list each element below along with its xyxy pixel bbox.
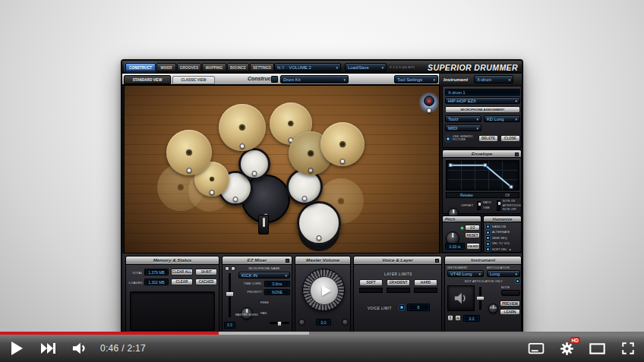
xdrum-midi-select[interactable]: MIDI ▾	[445, 124, 481, 131]
xdrum-instrument-glow[interactable]	[419, 92, 439, 113]
instrument-fader-handle[interactable]	[476, 296, 485, 301]
note-display[interactable]	[501, 290, 520, 296]
library-select[interactable]: N.Y. : VOLUME 2 ▾	[274, 63, 341, 71]
microphone-select[interactable]: KICK IN ▾	[238, 272, 290, 279]
instrument-select[interactable]: VT40 Long ▾	[447, 270, 484, 277]
xdrum-sound-select[interactable]: KD Long ▾	[484, 115, 520, 122]
envelope-handle-2[interactable]	[510, 185, 513, 188]
voice-limit-checkbox[interactable]	[399, 305, 404, 310]
kit-icon[interactable]	[271, 76, 278, 83]
xdrum-category-select[interactable]: Toolz ▾	[445, 115, 481, 122]
random-checkbox[interactable]	[486, 225, 490, 228]
settings-button[interactable]: HD	[551, 335, 582, 362]
tom-2-hotspot[interactable]	[302, 196, 308, 201]
articulation-select[interactable]: Long ▾	[487, 270, 520, 277]
trigger-button[interactable]: T	[447, 315, 453, 321]
hihat-hotspot[interactable]	[210, 190, 215, 195]
tab-classic-view[interactable]: CLASSIC VIEW	[172, 76, 215, 84]
envelope-trigger-switch[interactable]	[497, 200, 500, 211]
next-button[interactable]	[33, 335, 64, 362]
articulation-select-value: Long	[490, 272, 500, 276]
semi-seq-checkbox[interactable]	[486, 236, 490, 240]
alternate-checkbox[interactable]	[486, 231, 490, 235]
envelope-handle-1[interactable]	[484, 164, 487, 167]
tom-1-hotspot[interactable]	[252, 171, 257, 176]
edit-articulation-only-checkbox[interactable]	[516, 279, 519, 283]
clear-all-button[interactable]: CLEAR ALL	[171, 269, 193, 275]
soft-vel-expand-icon[interactable]: ▸	[510, 247, 511, 251]
learn-button[interactable]: LEARN	[500, 309, 520, 315]
kit-select[interactable]: Drum Kit ▾	[280, 75, 349, 83]
voice-limit-label: VOICE LIMIT	[368, 307, 392, 310]
xdrum-hotspot[interactable]	[427, 108, 432, 113]
humanize-row-vel-to-vol[interactable]: VEL TO VOL	[486, 242, 510, 246]
load-16bit-button[interactable]: 16-BIT	[195, 269, 217, 275]
crash-left-hotspot[interactable]	[187, 168, 192, 173]
humanize-row-semi-seq[interactable]: SEMI SEQ	[486, 236, 507, 240]
delete-button[interactable]: DELETE	[478, 135, 498, 142]
soft-vel-checkbox[interactable]	[486, 247, 490, 251]
drum-floor-tom[interactable]	[297, 201, 341, 245]
fader-mute-button[interactable]	[225, 266, 229, 271]
envelope-ratio-time-switch[interactable]	[477, 201, 481, 210]
play-button[interactable]	[0, 335, 33, 362]
tool-settings-select[interactable]: Tool Settings ▾	[394, 75, 438, 83]
xdrum-library-select[interactable]: HIP-HOP EZX ▾	[445, 97, 520, 104]
envelope-graph[interactable]	[446, 160, 519, 190]
xdrum-select[interactable]: X-drum ▾	[474, 75, 513, 83]
drum-tom-1[interactable]	[238, 148, 270, 180]
envelope-handle-0[interactable]	[449, 164, 452, 167]
cymbal-crash-right[interactable]	[320, 122, 365, 166]
microphone-assignment-button[interactable]: MICROPHONE ASSIGNMENT	[445, 106, 520, 113]
tab-mixer[interactable]: MIXER	[156, 63, 176, 71]
voice-layer-toggle[interactable]	[435, 259, 439, 263]
envelope-toggle[interactable]	[515, 153, 519, 156]
tab-construct[interactable]: CONSTRUCT	[125, 63, 156, 71]
fullscreen-button[interactable]	[612, 335, 644, 362]
tab-grooves[interactable]: GROOVES	[177, 63, 201, 71]
humanize-row-random[interactable]: RANDOM	[486, 225, 506, 228]
free-slider-handle[interactable]	[277, 321, 282, 326]
cached-button[interactable]: CACHED	[195, 279, 217, 285]
tab-settings[interactable]: SETTINGS	[250, 63, 274, 71]
theater-mode-button[interactable]	[582, 335, 612, 362]
floor-tom-hotspot[interactable]	[317, 235, 322, 241]
free-slider[interactable]	[270, 322, 289, 324]
mic-fader-handle[interactable]	[226, 291, 234, 297]
volume-button[interactable]	[64, 335, 96, 362]
gear-icon	[560, 342, 574, 356]
master-volume-knob[interactable]	[302, 269, 345, 311]
pitch-half-button[interactable]: 1/2	[465, 225, 480, 231]
master-volume-prev-button[interactable]	[298, 319, 305, 326]
hard-limit-button[interactable]: HARD	[414, 279, 437, 286]
snare-hotspot[interactable]	[233, 197, 238, 202]
voice-layer-title: Voice & Layer	[382, 257, 413, 263]
master-volume-next-button[interactable]	[342, 319, 349, 326]
crash-right-hotspot[interactable]	[340, 159, 346, 164]
tab-mapping[interactable]: MAPPING	[202, 63, 226, 71]
humanize-row-soft-vel[interactable]: SOFT VEL ▸	[486, 247, 511, 251]
preview-button[interactable]: PREVIEW	[500, 301, 520, 307]
cymbal-crash-mid-left[interactable]	[219, 104, 266, 151]
ez-mixer-toggle[interactable]	[286, 259, 289, 263]
ride-hotspot[interactable]	[308, 168, 314, 173]
use-generic-picture-checkbox[interactable]	[446, 137, 450, 141]
via-midi-button[interactable]: VIA MIDI	[466, 243, 480, 250]
gradient-limit-button[interactable]: GRADIENT	[387, 279, 410, 286]
captions-button[interactable]	[521, 335, 551, 362]
load-save-select[interactable]: Load/Save ▾	[345, 63, 387, 71]
tab-standard-view[interactable]: STANDARD VIEW	[124, 75, 171, 84]
vel-to-vol-checkbox[interactable]	[486, 242, 490, 246]
soft-limit-button[interactable]: SOFT	[359, 279, 383, 286]
microphone-select-value: KICK IN	[242, 273, 257, 278]
humanize-row-alternate[interactable]: ALTERNATE	[486, 231, 510, 235]
tab-bounce[interactable]: BOUNCE	[227, 63, 249, 71]
hear-button[interactable]: H	[455, 315, 461, 321]
close-button[interactable]: CLOSE	[500, 135, 520, 142]
fader-solo-button[interactable]	[231, 266, 235, 271]
crash-mid-left-hotspot[interactable]	[240, 143, 245, 149]
clear-button[interactable]: CLEAR	[171, 279, 193, 285]
kick-pedal[interactable]	[258, 215, 269, 235]
pitch-reset-button[interactable]: RESET	[465, 232, 480, 238]
cymbal-crash-left[interactable]	[166, 130, 212, 175]
